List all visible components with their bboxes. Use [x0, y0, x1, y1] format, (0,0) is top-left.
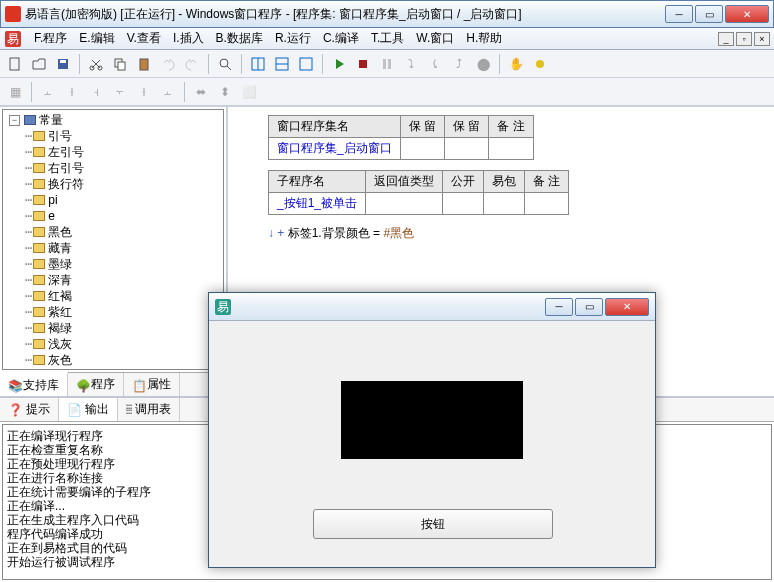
tree-item-label: 换行符 — [48, 176, 84, 193]
table-cell[interactable] — [400, 138, 444, 160]
menu-run[interactable]: R.运行 — [269, 28, 317, 49]
redo-icon[interactable] — [181, 53, 203, 75]
align-top-icon[interactable]: ⫟ — [109, 81, 131, 103]
table-cell[interactable] — [484, 193, 525, 215]
tree-item[interactable]: ⋯pi — [5, 192, 221, 208]
maximize-button[interactable]: ▭ — [695, 5, 723, 23]
tree-item[interactable]: ⋯黑色 — [5, 224, 221, 240]
tree-item[interactable]: ⋯紫红 — [5, 304, 221, 320]
new-icon[interactable] — [4, 53, 26, 75]
mdi-minimize-button[interactable]: _ — [718, 32, 734, 46]
cut-icon[interactable] — [85, 53, 107, 75]
tree-item[interactable]: ⋯换行符 — [5, 176, 221, 192]
align-right-icon[interactable]: ⫞ — [85, 81, 107, 103]
run-icon[interactable] — [328, 53, 350, 75]
tab-properties[interactable]: 📋属性 — [124, 373, 180, 396]
tab-callstack[interactable]: ⦙⦙⦙调用表 — [118, 398, 180, 421]
code-line[interactable]: ↓ + 标签1.背景颜色 = #黑色 — [268, 225, 766, 242]
table-cell[interactable] — [525, 193, 569, 215]
menu-compile[interactable]: C.编译 — [317, 28, 365, 49]
constants-tree[interactable]: − 常量 ⋯引号⋯左引号⋯右引号⋯换行符⋯pi⋯e⋯黑色⋯藏青⋯墨绿⋯深青⋯红褐… — [2, 109, 224, 370]
tree-item[interactable]: ⋯蓝色 — [5, 368, 221, 370]
menu-program[interactable]: F.程序 — [28, 28, 73, 49]
find-icon[interactable] — [214, 53, 236, 75]
dialog-button[interactable]: 按钮 — [313, 509, 553, 539]
stepout-icon[interactable]: ⤴ — [448, 53, 470, 75]
tree-item[interactable]: ⋯引号 — [5, 128, 221, 144]
same-width-icon[interactable]: ⬌ — [190, 81, 212, 103]
minimize-button[interactable]: ─ — [665, 5, 693, 23]
copy-icon[interactable] — [109, 53, 131, 75]
breakpoint-icon[interactable]: ⬤ — [472, 53, 494, 75]
table-cell[interactable]: _按钮1_被单击 — [269, 193, 366, 215]
tree-root[interactable]: − 常量 — [5, 112, 221, 128]
stepover-icon[interactable]: ⤵ — [400, 53, 422, 75]
align-left-icon[interactable]: ⫠ — [37, 81, 59, 103]
stepin-icon[interactable]: ⤹ — [424, 53, 446, 75]
layout3-icon[interactable] — [295, 53, 317, 75]
svg-text:易: 易 — [217, 300, 229, 314]
tree-item-label: 墨绿 — [48, 256, 72, 273]
align-center-icon[interactable]: ⫲ — [61, 81, 83, 103]
left-panel: − 常量 ⋯引号⋯左引号⋯右引号⋯换行符⋯pi⋯e⋯黑色⋯藏青⋯墨绿⋯深青⋯红褐… — [0, 107, 228, 396]
menu-database[interactable]: B.数据库 — [210, 28, 269, 49]
tree-line: ⋯ — [25, 353, 31, 367]
open-icon[interactable] — [28, 53, 50, 75]
table-cell[interactable] — [443, 193, 484, 215]
same-height-icon[interactable]: ⬍ — [214, 81, 236, 103]
tree-item[interactable]: ⋯灰色 — [5, 352, 221, 368]
dialog-close-button[interactable]: ✕ — [605, 298, 649, 316]
menu-help[interactable]: H.帮助 — [460, 28, 508, 49]
table-cell[interactable]: 窗口程序集_启动窗口 — [269, 138, 401, 160]
table-cell[interactable] — [445, 138, 489, 160]
tab-program[interactable]: 🌳程序 — [68, 373, 124, 396]
tree-item[interactable]: ⋯藏青 — [5, 240, 221, 256]
tree-item[interactable]: ⋯墨绿 — [5, 256, 221, 272]
close-button[interactable]: ✕ — [725, 5, 769, 23]
tree-line: ⋯ — [25, 321, 31, 335]
layout1-icon[interactable] — [247, 53, 269, 75]
pause-icon[interactable] — [376, 53, 398, 75]
tree-item[interactable]: ⋯褐绿 — [5, 320, 221, 336]
save-icon[interactable] — [52, 53, 74, 75]
svg-text:易: 易 — [7, 32, 19, 46]
tab-output[interactable]: 📄输出 — [59, 398, 118, 421]
bug-icon[interactable] — [529, 53, 551, 75]
dialog-minimize-button[interactable]: ─ — [545, 298, 573, 316]
menu-window[interactable]: W.窗口 — [410, 28, 460, 49]
output-icon: 📄 — [67, 403, 82, 417]
svg-rect-15 — [300, 58, 312, 70]
table-cell[interactable] — [489, 138, 533, 160]
hand-icon[interactable]: ✋ — [505, 53, 527, 75]
grid-icon[interactable]: ▦ — [4, 81, 26, 103]
tree-item[interactable]: ⋯浅灰 — [5, 336, 221, 352]
const-icon — [33, 163, 45, 173]
undo-icon[interactable] — [157, 53, 179, 75]
align-bottom-icon[interactable]: ⫠ — [157, 81, 179, 103]
mdi-restore-button[interactable]: ▫ — [736, 32, 752, 46]
menu-edit[interactable]: E.编辑 — [73, 28, 120, 49]
table-cell[interactable] — [366, 193, 443, 215]
dialog-maximize-button[interactable]: ▭ — [575, 298, 603, 316]
tree-item[interactable]: ⋯右引号 — [5, 160, 221, 176]
dialog-titlebar[interactable]: 易 ─ ▭ ✕ — [209, 293, 655, 321]
tree-line: ⋯ — [25, 225, 31, 239]
layout2-icon[interactable] — [271, 53, 293, 75]
tree-item[interactable]: ⋯左引号 — [5, 144, 221, 160]
align-middle-icon[interactable]: ⫲ — [133, 81, 155, 103]
collapse-icon[interactable]: − — [9, 115, 20, 126]
tree-item[interactable]: ⋯红褐 — [5, 288, 221, 304]
stop-icon[interactable] — [352, 53, 374, 75]
svg-point-10 — [220, 59, 228, 67]
tree-item[interactable]: ⋯深青 — [5, 272, 221, 288]
toolbar-layout: ▦ ⫠ ⫲ ⫞ ⫟ ⫲ ⫠ ⬌ ⬍ ⬜ — [0, 78, 774, 106]
mdi-close-button[interactable]: × — [754, 32, 770, 46]
same-size-icon[interactable]: ⬜ — [238, 81, 260, 103]
menu-view[interactable]: V.查看 — [121, 28, 167, 49]
tab-hint[interactable]: ❓提示 — [0, 398, 59, 421]
menu-insert[interactable]: I.插入 — [167, 28, 210, 49]
tree-item[interactable]: ⋯e — [5, 208, 221, 224]
paste-icon[interactable] — [133, 53, 155, 75]
menu-tools[interactable]: T.工具 — [365, 28, 410, 49]
tab-support-lib[interactable]: 📚支持库 — [0, 372, 68, 396]
